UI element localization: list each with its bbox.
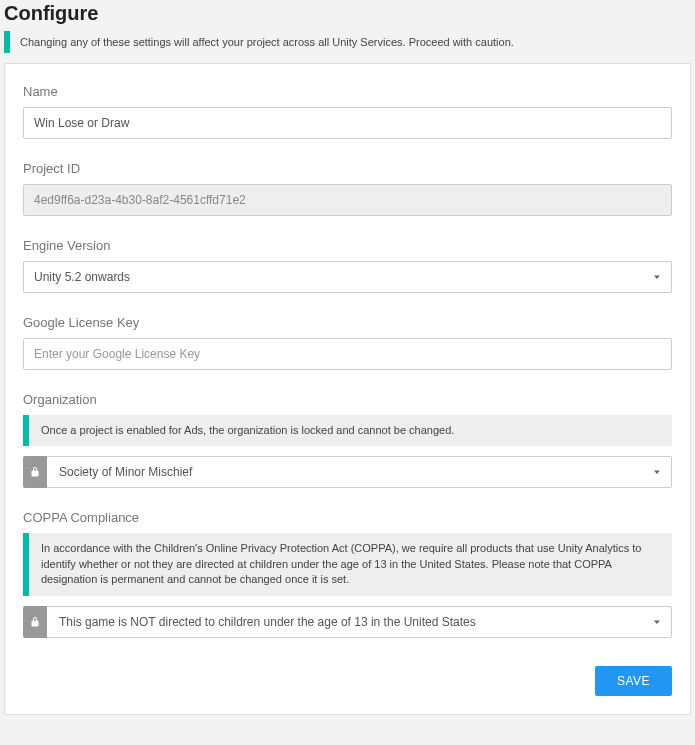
field-coppa: COPPA Compliance In accordance with the … <box>23 510 672 637</box>
name-label: Name <box>23 84 672 99</box>
field-google-license-key: Google License Key <box>23 315 672 370</box>
coppa-label: COPPA Compliance <box>23 510 672 525</box>
lock-icon <box>23 606 47 638</box>
configure-card: Name Project ID Engine Version Unity 5.2… <box>4 63 691 715</box>
project-id-label: Project ID <box>23 161 672 176</box>
field-organization: Organization Once a project is enabled f… <box>23 392 672 488</box>
engine-version-select-wrap: Unity 5.2 onwards <box>23 261 672 293</box>
organization-info-text: Once a project is enabled for Ads, the o… <box>29 415 466 446</box>
organization-select-wrap: Society of Minor Mischief <box>47 456 672 488</box>
actions-row: SAVE <box>23 666 672 696</box>
google-license-key-input[interactable] <box>23 338 672 370</box>
coppa-info-text: In accordance with the Children's Online… <box>29 533 672 595</box>
coppa-select-wrap: This game is NOT directed to children un… <box>47 606 672 638</box>
coppa-locked-row: This game is NOT directed to children un… <box>23 606 672 638</box>
lock-icon <box>23 456 47 488</box>
organization-label: Organization <box>23 392 672 407</box>
engine-version-select[interactable]: Unity 5.2 onwards <box>23 261 672 293</box>
field-name: Name <box>23 84 672 139</box>
top-warning-text: Changing any of these settings will affe… <box>10 31 524 53</box>
google-license-key-label: Google License Key <box>23 315 672 330</box>
project-id-input <box>23 184 672 216</box>
organization-select[interactable]: Society of Minor Mischief <box>47 456 672 488</box>
save-button[interactable]: SAVE <box>595 666 672 696</box>
field-engine-version: Engine Version Unity 5.2 onwards <box>23 238 672 293</box>
organization-locked-row: Society of Minor Mischief <box>23 456 672 488</box>
page-title: Configure <box>0 0 695 31</box>
organization-info-banner: Once a project is enabled for Ads, the o… <box>23 415 672 446</box>
coppa-info-banner: In accordance with the Children's Online… <box>23 533 672 595</box>
top-warning-banner: Changing any of these settings will affe… <box>4 31 695 53</box>
engine-version-label: Engine Version <box>23 238 672 253</box>
name-input[interactable] <box>23 107 672 139</box>
field-project-id: Project ID <box>23 161 672 216</box>
coppa-select[interactable]: This game is NOT directed to children un… <box>47 606 672 638</box>
